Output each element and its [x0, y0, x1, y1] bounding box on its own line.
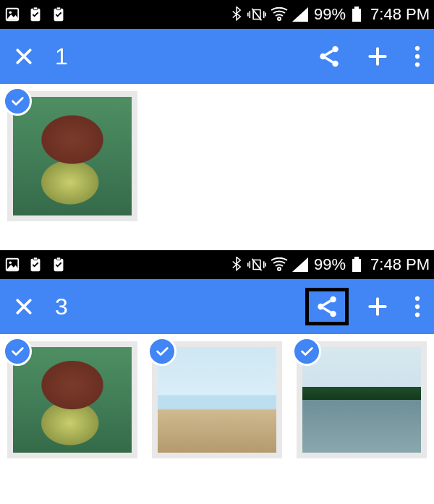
- photo-grid[interactable]: [0, 84, 434, 236]
- screenshot-2: 99% 7:48 PM 3: [0, 250, 434, 458]
- selection-count: 1: [55, 43, 68, 70]
- clock-time: 7:48 PM: [370, 5, 430, 24]
- overflow-menu-button[interactable]: [414, 46, 421, 67]
- svg-rect-2: [33, 7, 38, 10]
- selection-check-icon[interactable]: [3, 337, 32, 366]
- battery-percent: 99%: [314, 255, 346, 274]
- svg-point-21: [415, 296, 420, 301]
- svg-rect-17: [354, 257, 359, 259]
- photo-thumbnail[interactable]: [297, 341, 427, 458]
- battery-percent: 99%: [314, 5, 346, 24]
- overflow-menu-button[interactable]: [414, 296, 421, 317]
- photo-image: [13, 97, 132, 215]
- image-icon: [4, 257, 20, 273]
- svg-rect-4: [352, 9, 361, 22]
- image-icon: [4, 7, 20, 22]
- photo-thumbnail[interactable]: [7, 91, 137, 221]
- svg-point-13: [9, 261, 12, 264]
- clipboard-icon: [51, 257, 67, 273]
- clipboard-icon: [27, 257, 43, 273]
- battery-icon: [352, 7, 362, 22]
- status-bar: 99% 7:48 PM: [0, 0, 434, 29]
- add-button[interactable]: [366, 295, 389, 318]
- photo-grid[interactable]: [0, 334, 434, 458]
- selection-check-icon[interactable]: [292, 337, 321, 366]
- bluetooth-icon: [230, 7, 243, 22]
- battery-icon: [352, 257, 362, 273]
- photo-image: [302, 347, 421, 453]
- close-icon[interactable]: [13, 46, 35, 67]
- wifi-icon: [271, 7, 288, 22]
- selection-check-icon[interactable]: [148, 337, 176, 366]
- signal-icon: [292, 7, 308, 22]
- photo-image: [158, 347, 276, 453]
- svg-point-22: [415, 304, 420, 309]
- clipboard-icon: [51, 7, 67, 22]
- close-icon[interactable]: [13, 296, 35, 317]
- clock-time: 7:48 PM: [370, 255, 430, 274]
- bluetooth-icon: [230, 257, 243, 273]
- svg-rect-14: [33, 257, 38, 260]
- svg-rect-16: [352, 259, 361, 272]
- svg-point-11: [415, 62, 420, 67]
- clipboard-icon: [27, 7, 43, 22]
- svg-rect-3: [56, 7, 61, 10]
- photo-image: [13, 347, 132, 453]
- selection-check-icon[interactable]: [3, 87, 32, 116]
- status-bar: 99% 7:48 PM: [0, 250, 434, 279]
- svg-point-23: [415, 312, 420, 317]
- svg-point-1: [9, 11, 12, 14]
- selection-count: 3: [55, 294, 68, 320]
- svg-rect-5: [354, 7, 359, 9]
- share-button[interactable]: [305, 288, 349, 325]
- svg-rect-15: [56, 257, 61, 260]
- signal-icon: [292, 257, 308, 272]
- photo-thumbnail[interactable]: [152, 341, 282, 458]
- selection-action-bar: 1: [0, 29, 434, 84]
- selection-action-bar: 3: [0, 279, 434, 334]
- photo-thumbnail[interactable]: [7, 341, 137, 458]
- add-button[interactable]: [366, 45, 389, 68]
- svg-point-10: [415, 54, 420, 59]
- share-button[interactable]: [317, 44, 341, 69]
- wifi-icon: [271, 257, 288, 272]
- svg-point-9: [415, 46, 420, 51]
- screenshot-1: 99% 7:48 PM 1: [0, 0, 434, 236]
- vibrate-icon: [247, 257, 266, 273]
- vibrate-icon: [247, 7, 266, 22]
